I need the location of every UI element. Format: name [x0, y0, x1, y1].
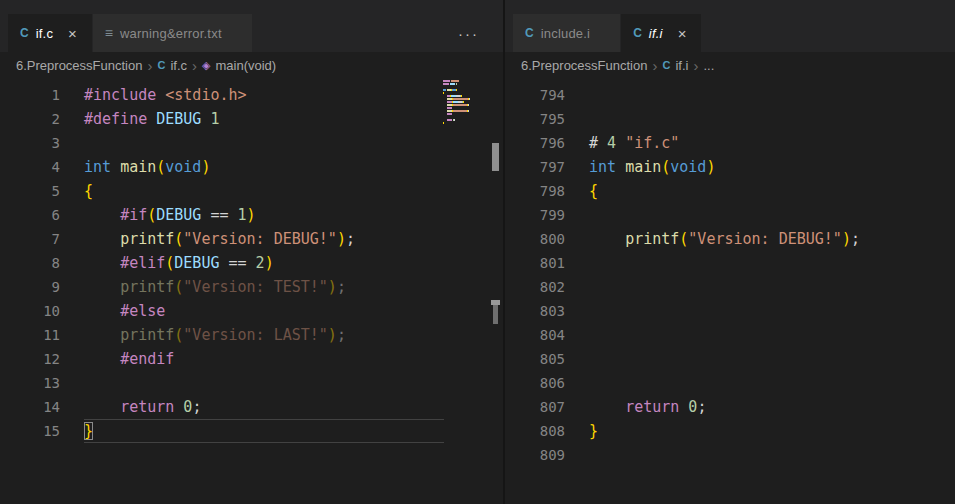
tab-label: include.i — [541, 26, 591, 41]
code-line[interactable]: 803 — [505, 299, 941, 323]
tab-if.c[interactable]: Cif.c× — [8, 14, 93, 52]
more-actions-icon[interactable]: ··· — [458, 25, 479, 42]
line-number: 9 — [0, 275, 60, 299]
breadcrumb-item[interactable]: Cif.c — [157, 58, 187, 73]
code-line[interactable]: 808} — [505, 419, 941, 443]
breadcrumb-item[interactable]: ... — [703, 58, 714, 73]
code-line[interactable]: 802 — [505, 275, 941, 299]
code-line[interactable]: 10 #else — [0, 299, 444, 323]
code-line[interactable]: 804 — [505, 323, 941, 347]
code-line[interactable]: 9 printf("Version: TEST!"); — [0, 275, 444, 299]
close-icon[interactable]: × — [675, 25, 690, 42]
editor-right[interactable]: 794795796# 4 "if.c"797int main(void)798{… — [505, 78, 955, 504]
tab-if.i[interactable]: Cif.i× — [621, 14, 702, 52]
code-line[interactable]: 799 — [505, 203, 941, 227]
breadcrumb: 6.PreprocessFunction›Cif.c›◈main(void) — [0, 52, 503, 78]
code-line[interactable]: 3 — [0, 131, 444, 155]
line-number: 805 — [505, 347, 565, 371]
code-line[interactable]: 11 printf("Version: LAST!"); — [0, 323, 444, 347]
symbol-method-icon: ◈ — [202, 59, 210, 72]
code-line[interactable]: 807 return 0; — [505, 395, 941, 419]
code-line[interactable]: 8 #elif(DEBUG == 2) — [0, 251, 444, 275]
line-number: 2 — [0, 107, 60, 131]
line-number: 796 — [505, 131, 565, 155]
overview-ruler-mark — [493, 305, 498, 324]
line-number: 802 — [505, 275, 565, 299]
line-number: 15 — [0, 419, 60, 443]
breadcrumb-label: if.i — [675, 58, 688, 73]
breadcrumb-label: 6.PreprocessFunction — [16, 58, 142, 73]
code-line[interactable]: 800 printf("Version: DEBUG!"); — [505, 227, 941, 251]
chevron-right-icon: › — [192, 57, 197, 74]
breadcrumb-item[interactable]: 6.PreprocessFunction — [16, 58, 142, 73]
line-number: 4 — [0, 155, 60, 179]
scrollbar[interactable] — [941, 78, 955, 504]
breadcrumb-label: main(void) — [216, 58, 277, 73]
code-line[interactable]: 12 #endif — [0, 347, 444, 371]
line-number: 7 — [0, 227, 60, 251]
breadcrumb: 6.PreprocessFunction›Cif.i›... — [505, 52, 955, 78]
vscode-workbench: Cif.c×≡warning&error.txt ··· 6.Preproces… — [0, 0, 955, 504]
line-number: 799 — [505, 203, 565, 227]
line-number: 11 — [0, 323, 60, 347]
code-line[interactable]: 806 — [505, 371, 941, 395]
line-number: 801 — [505, 251, 565, 275]
overview-ruler-mark — [492, 143, 499, 171]
code-line[interactable]: 805 — [505, 347, 941, 371]
editor-group-left: Cif.c×≡warning&error.txt ··· 6.Preproces… — [0, 0, 503, 504]
line-number: 10 — [0, 299, 60, 323]
code-line[interactable]: 13 — [0, 371, 444, 395]
code-line[interactable]: 4int main(void) — [0, 155, 444, 179]
tab-warning&error.txt[interactable]: ≡warning&error.txt — [93, 14, 253, 52]
editor-left[interactable]: 1#include <stdio.h>2#define DEBUG 134int… — [0, 78, 503, 504]
code-line[interactable]: 798{ — [505, 179, 941, 203]
text-file-icon: ≡ — [105, 25, 113, 41]
line-number: 794 — [505, 83, 565, 107]
c-file-icon: C — [633, 26, 642, 40]
breadcrumb-label: 6.PreprocessFunction — [521, 58, 647, 73]
tab-bar-left: Cif.c×≡warning&error.txt ··· — [0, 0, 503, 52]
code-line[interactable]: 794 — [505, 83, 941, 107]
chevron-right-icon: › — [652, 57, 657, 74]
code-line[interactable]: 5{ — [0, 179, 444, 203]
code-line[interactable]: 2#define DEBUG 1 — [0, 107, 444, 131]
breadcrumb-item[interactable]: Cif.i — [662, 58, 688, 73]
line-number: 797 — [505, 155, 565, 179]
code-line[interactable]: 809 — [505, 443, 941, 467]
line-number: 12 — [0, 347, 60, 371]
line-number: 800 — [505, 227, 565, 251]
code-line[interactable]: 6 #if(DEBUG == 1) — [0, 203, 444, 227]
minimap[interactable] — [443, 80, 489, 125]
line-number: 14 — [0, 395, 60, 419]
chevron-right-icon: › — [693, 57, 698, 74]
line-number: 804 — [505, 323, 565, 347]
code-line[interactable]: 796# 4 "if.c" — [505, 131, 941, 155]
line-number: 5 — [0, 179, 60, 203]
line-number: 13 — [0, 371, 60, 395]
scrollbar[interactable] — [489, 78, 503, 504]
tab-label: if.i — [649, 26, 663, 41]
code-line[interactable]: 7 printf("Version: DEBUG!"); — [0, 227, 444, 251]
close-icon[interactable]: × — [65, 25, 80, 42]
tab-include.i[interactable]: Cinclude.i — [513, 14, 621, 52]
line-number: 6 — [0, 203, 60, 227]
c-file-icon: C — [662, 59, 670, 71]
code-line[interactable]: 797int main(void) — [505, 155, 941, 179]
code-line[interactable]: 14 return 0; — [0, 395, 444, 419]
c-file-icon: C — [525, 26, 534, 40]
breadcrumb-item[interactable]: ◈main(void) — [202, 58, 276, 73]
editor-group-right: Cinclude.iCif.i× 6.PreprocessFunction›Ci… — [505, 0, 955, 504]
line-number: 798 — [505, 179, 565, 203]
code-line[interactable]: 15} — [0, 419, 444, 443]
c-file-icon: C — [157, 59, 165, 71]
breadcrumb-item[interactable]: 6.PreprocessFunction — [521, 58, 647, 73]
breadcrumb-label: if.c — [170, 58, 187, 73]
code-line[interactable]: 795 — [505, 107, 941, 131]
line-number: 8 — [0, 251, 60, 275]
code-line[interactable]: 801 — [505, 251, 941, 275]
line-number: 809 — [505, 443, 565, 467]
line-number: 3 — [0, 131, 60, 155]
code-line[interactable]: 1#include <stdio.h> — [0, 83, 444, 107]
line-number: 1 — [0, 83, 60, 107]
chevron-right-icon: › — [147, 57, 152, 74]
